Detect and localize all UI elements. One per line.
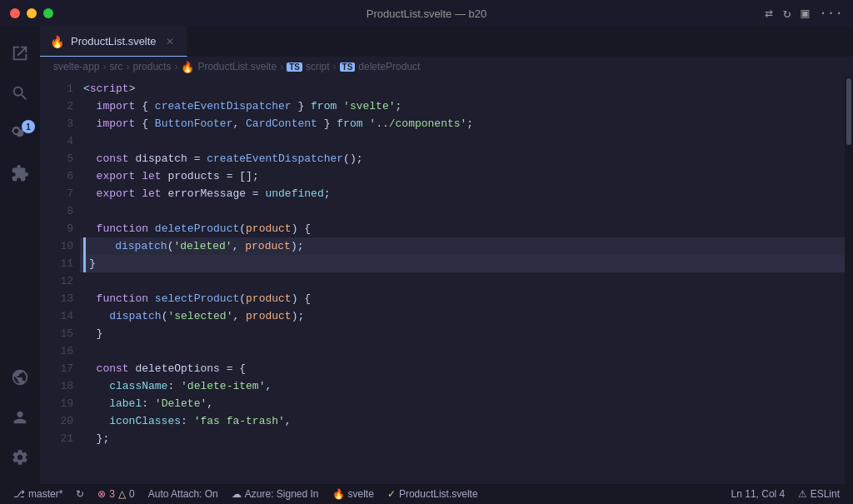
breadcrumb-src[interactable]: src [109, 61, 122, 72]
breadcrumb-delete-product[interactable]: TS deleteProduct [340, 61, 421, 72]
source-control-badge: 1 [22, 120, 35, 133]
search-icon[interactable] [0, 73, 40, 113]
svelte-file-icon: 🔥 [50, 35, 64, 48]
code-area[interactable]: 1 2 3 4 5 6 7 8 9 10 11 12 13 14 15 16 1… [40, 77, 853, 484]
code-line-16 [80, 342, 845, 360]
status-svelte[interactable]: 🔥 svelte [326, 484, 381, 504]
code-line-5: const dispatch = createEventDispatcher()… [80, 150, 845, 167]
breadcrumb: svelte-app › src › products › 🔥 ProductL… [40, 57, 853, 77]
line-numbers: 1 2 3 4 5 6 7 8 9 10 11 12 13 14 15 16 1… [40, 77, 80, 484]
activity-bar: 1 [0, 27, 40, 484]
tab-bar: 🔥 ProductList.svelte ✕ [40, 27, 853, 57]
layout-icon[interactable]: ▣ [801, 5, 810, 22]
azure-icon: ☁ [232, 488, 242, 500]
svelte-label: svelte [348, 488, 374, 500]
line-bar-10 [83, 237, 86, 255]
status-sync[interactable]: ↻ [69, 484, 91, 504]
close-button[interactable] [10, 8, 20, 18]
svelte-status-icon: 🔥 [332, 488, 345, 500]
code-line-11: } [80, 255, 845, 272]
error-count: 3 [109, 488, 115, 500]
code-line-1: <script> [80, 80, 845, 97]
code-line-3: import { ButtonFooter, CardContent } fro… [80, 115, 845, 132]
account-icon[interactable] [0, 397, 40, 437]
breadcrumb-products[interactable]: products [132, 61, 171, 72]
code-line-2: import { createEventDispatcher } from 's… [80, 97, 845, 115]
ts-icon-breadcrumb: TS [287, 62, 302, 72]
warning-count: 0 [129, 488, 135, 500]
error-icon: ⊗ [97, 488, 106, 500]
remote-icon[interactable] [0, 357, 40, 397]
azure-label: Azure: Signed In [245, 488, 319, 500]
code-line-6: export let products = []; [80, 167, 845, 185]
git-icon: ⎇ [13, 488, 25, 500]
sync-icon: ↻ [76, 488, 84, 500]
code-line-13: function selectProduct(product) { [80, 290, 845, 307]
maximize-button[interactable] [43, 8, 53, 18]
code-line-12 [80, 272, 845, 290]
tab-productlist[interactable]: 🔥 ProductList.svelte ✕ [40, 27, 187, 57]
status-azure[interactable]: ☁ Azure: Signed In [225, 484, 326, 504]
status-eslint[interactable]: ⚠ ESLint [791, 484, 846, 504]
ts-icon-breadcrumb2: TS [340, 62, 356, 72]
code-line-18: className: 'delete-item', [80, 377, 845, 395]
code-line-19: label: 'Delete', [80, 395, 845, 412]
code-editor[interactable]: <script> import { createEventDispatcher … [80, 77, 845, 484]
editor-area: 🔥 ProductList.svelte ✕ svelte-app › src … [40, 27, 853, 484]
explorer-icon[interactable] [0, 33, 40, 73]
extensions-icon[interactable] [0, 153, 40, 193]
title-bar: ProductList.svelte — b20 ⇄ ↻ ▣ ··· [0, 0, 853, 27]
main-container: 1 🔥 ProductList.svelte ✕ svelte-app [0, 27, 853, 484]
status-check[interactable]: ✓ ProductList.svelte [381, 484, 485, 504]
code-line-10: dispatch('deleted', product); [80, 237, 845, 255]
git-branch: master* [28, 488, 62, 500]
tab-label: ProductList.svelte [71, 35, 157, 47]
status-position[interactable]: Ln 11, Col 4 [725, 484, 792, 504]
source-control-icon[interactable]: 1 [0, 113, 40, 153]
code-line-21: }; [80, 430, 845, 447]
status-errors[interactable]: ⊗ 3 △ 0 [91, 484, 141, 504]
settings-icon[interactable] [0, 437, 40, 477]
remote-icon[interactable]: ↻ [783, 5, 791, 22]
code-line-7: export let errorMessage = undefined; [80, 185, 845, 202]
code-line-20: iconClasses: 'fas fa-trash', [80, 412, 845, 430]
warning-icon: △ [118, 488, 126, 500]
window-title: ProductList.svelte — b20 [367, 7, 487, 20]
product-file-label: ProductList.svelte [399, 488, 478, 500]
breadcrumb-svelte-app[interactable]: svelte-app [53, 61, 99, 72]
status-bar: ⎇ master* ↻ ⊗ 3 △ 0 Auto Attach: On ☁ Az… [0, 484, 853, 504]
line-bar-11 [83, 255, 86, 272]
check-icon: ✓ [387, 488, 396, 500]
scrollbar-track[interactable] [845, 77, 853, 484]
svelte-icon-breadcrumb: 🔥 [181, 61, 194, 73]
more-icon[interactable]: ··· [819, 6, 843, 21]
status-git[interactable]: ⎇ master* [7, 484, 69, 504]
tab-close-button[interactable]: ✕ [163, 35, 177, 48]
code-line-4 [80, 132, 845, 150]
branch-icon[interactable]: ⇄ [765, 5, 773, 22]
minimize-button[interactable] [27, 8, 37, 18]
breadcrumb-script[interactable]: TS script [287, 61, 329, 72]
code-line-8 [80, 202, 845, 220]
status-auto-attach[interactable]: Auto Attach: On [142, 484, 225, 504]
breadcrumb-file[interactable]: 🔥 ProductList.svelte [181, 61, 277, 73]
auto-attach-label: Auto Attach: On [148, 488, 218, 500]
code-line-9: function deleteProduct(product) { [80, 220, 845, 237]
position-label: Ln 11, Col 4 [731, 488, 786, 500]
eslint-label: ⚠ ESLint [798, 488, 840, 500]
code-line-15: } [80, 325, 845, 342]
code-line-17: const deleteOptions = { [80, 360, 845, 377]
code-line-14: dispatch('selected', product); [80, 307, 845, 325]
title-bar-actions: ⇄ ↻ ▣ ··· [765, 5, 843, 22]
window-controls [10, 8, 53, 18]
